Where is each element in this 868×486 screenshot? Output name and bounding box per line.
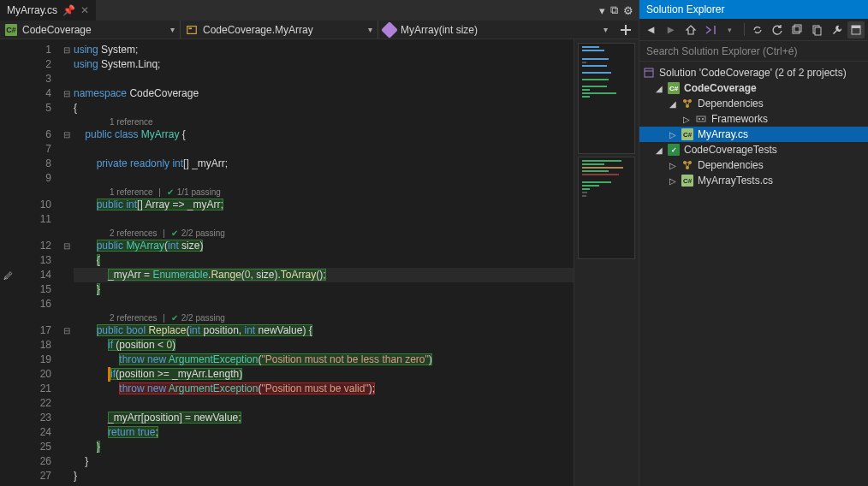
svg-rect-5 (794, 25, 801, 32)
toolbar-dropdown[interactable]: ▾ (722, 21, 738, 39)
dependencies-icon (681, 159, 693, 171)
caret-down-icon[interactable]: ◢ (655, 145, 663, 155)
svg-rect-1 (189, 27, 193, 29)
svg-rect-10 (645, 68, 653, 77)
svg-rect-4 (793, 27, 800, 33)
caret-down-icon[interactable]: ◢ (655, 84, 663, 93)
collapse-all-button[interactable] (789, 21, 806, 39)
nav-class-label: CodeCoverage.MyArray (203, 24, 313, 36)
nav-namespace-label: CodeCoverage (22, 24, 92, 36)
tree-label: MyArrayTests.cs (698, 175, 773, 187)
sync-icon (752, 24, 764, 36)
panel-title[interactable]: Solution Explorer (639, 0, 868, 19)
svg-rect-0 (187, 26, 197, 33)
settings-gear-icon[interactable]: ⚙ (623, 4, 633, 17)
code-navigation-bar: C# CodeCoverage ▾ CodeCoverage.MyArray ▾… (0, 21, 639, 39)
search-placeholder: Search Solution Explorer (Ctrl+é) (646, 45, 797, 57)
tab-overflow-icon[interactable]: ▾ (599, 4, 605, 17)
show-all-files-button[interactable] (809, 21, 825, 39)
nav-namespace-dropdown[interactable]: C# CodeCoverage ▾ (0, 21, 180, 39)
code-text-area[interactable]: using System; using System.Linq; namespa… (74, 39, 574, 486)
switch-views-button[interactable] (702, 21, 718, 39)
split-icon (620, 24, 632, 36)
tree-label: Frameworks (711, 113, 768, 125)
wrench-icon (831, 24, 843, 36)
home-icon (685, 24, 697, 36)
csharp-file-icon: C# (681, 128, 693, 140)
tree-label: CodeCoverageTests (684, 144, 777, 156)
svg-rect-15 (699, 118, 700, 120)
sync-button[interactable] (750, 21, 766, 39)
tree-frameworks[interactable]: ▷ Frameworks (639, 111, 868, 127)
tree-label: CodeCoverage (684, 82, 757, 94)
class-icon (186, 24, 198, 36)
split-window-button[interactable] (613, 21, 639, 39)
document-tab-label: MyArray.cs (7, 4, 57, 16)
svg-rect-7 (815, 27, 821, 35)
code-map-scrollbar[interactable] (574, 39, 639, 486)
editor-pane: MyArray.cs 📌 ✕ ▾ ⧉ ⚙ C# CodeCoverage ▾ C… (0, 0, 639, 486)
solution-icon (643, 67, 655, 79)
tree-file-selected[interactable]: ▷ C# MyArray.cs (639, 127, 868, 142)
tree-label: Dependencies (698, 159, 764, 171)
vs-icon (705, 24, 716, 36)
line-number-gutter[interactable]: 1 2 3 4 5 6 7 8 9 10 11 12 13 14 15 16 1… (15, 39, 60, 486)
caret-right-icon[interactable]: ▷ (669, 176, 677, 186)
tree-file[interactable]: ▷ C# MyArrayTests.cs (639, 173, 868, 188)
tree-dependencies[interactable]: ◢ Dependencies (639, 96, 868, 111)
nav-class-dropdown[interactable]: CodeCoverage.MyArray ▾ (181, 21, 378, 39)
codelens-ctor[interactable]: 2 references | ✔ 2/2 passing (74, 227, 574, 239)
method-icon (383, 24, 395, 36)
chevron-down-icon: ▾ (603, 25, 608, 34)
document-tab[interactable]: MyArray.cs 📌 ✕ (0, 0, 96, 21)
nav-member-dropdown[interactable]: MyArray(int size) ▾ (378, 21, 613, 39)
svg-rect-14 (697, 116, 705, 122)
svg-rect-9 (852, 26, 860, 28)
caret-right-icon[interactable]: ▷ (669, 130, 677, 139)
tree-project[interactable]: ◢ C# CodeCoverage (639, 80, 868, 96)
tree-dependencies[interactable]: ▷ Dependencies (639, 157, 868, 173)
preview-icon (850, 24, 862, 36)
chevron-down-icon: ▾ (368, 25, 372, 34)
tree-label: Dependencies (698, 98, 764, 110)
csproj-icon: C# (668, 82, 680, 94)
outline-fold-gutter[interactable]: ⊟⊟ ⊟ ⊟ ⊟ (60, 39, 74, 486)
caret-down-icon[interactable]: ◢ (669, 99, 677, 109)
caret-right-icon[interactable]: ▷ (682, 115, 691, 124)
solution-search-input[interactable]: Search Solution Explorer (Ctrl+é) (639, 41, 868, 62)
svg-rect-16 (702, 118, 704, 120)
pin-icon[interactable]: 📌 (62, 4, 75, 16)
editor-margin: 🖉 (0, 39, 15, 486)
tree-project[interactable]: ◢ ✓ CodeCoverageTests (639, 142, 868, 157)
test-project-icon: ✓ (668, 144, 680, 156)
tree-label: Solution 'CodeCoverage' (2 of 2 projects… (659, 67, 847, 79)
close-icon[interactable]: ✕ (80, 4, 89, 16)
properties-button[interactable] (829, 21, 846, 39)
codelens-class[interactable]: 1 reference (74, 116, 574, 127)
refresh-button[interactable] (770, 21, 786, 39)
collapse-icon (791, 24, 803, 36)
svg-rect-3 (625, 25, 627, 35)
caret-right-icon[interactable]: ▷ (669, 161, 677, 170)
home-button[interactable] (682, 21, 699, 39)
files-icon (811, 24, 823, 36)
nav-member-label: MyArray(int size) (401, 24, 478, 36)
solution-toolbar: ◄ ► ▾ (639, 19, 868, 41)
tree-solution[interactable]: Solution 'CodeCoverage' (2 of 2 projects… (639, 65, 868, 80)
quick-action-icon[interactable]: 🖉 (0, 268, 15, 282)
toolbox-split-icon[interactable]: ⧉ (610, 3, 618, 17)
preview-button[interactable] (847, 21, 865, 39)
chevron-down-icon: ▾ (170, 25, 175, 34)
codelens-array[interactable]: 1 reference | ✔ 1/1 passing (74, 186, 574, 198)
forward-button[interactable]: ► (663, 21, 679, 39)
dependencies-icon (681, 98, 693, 110)
back-button[interactable]: ◄ (643, 21, 659, 39)
solution-tree[interactable]: Solution 'CodeCoverage' (2 of 2 projects… (639, 62, 868, 486)
panel-title-label: Solution Explorer (646, 3, 724, 15)
codelens-replace[interactable]: 2 references | ✔ 2/2 passing (74, 311, 574, 323)
tree-label: MyArray.cs (698, 128, 748, 140)
document-tab-strip: MyArray.cs 📌 ✕ ▾ ⧉ ⚙ (0, 0, 639, 21)
solution-explorer-pane: Solution Explorer ◄ ► ▾ (639, 0, 868, 486)
code-editor-body: 🖉 1 2 3 4 5 6 7 8 9 10 11 12 13 14 15 16 (0, 39, 639, 486)
csharp-file-icon: C# (681, 175, 693, 187)
